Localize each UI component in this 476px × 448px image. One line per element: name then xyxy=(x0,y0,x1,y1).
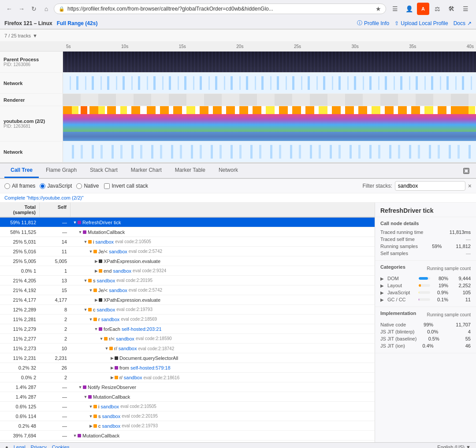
account-button[interactable]: 👤 xyxy=(403,3,415,15)
headphones-button[interactable]: ⚖ xyxy=(431,3,443,15)
table-row[interactable]: 0.2% 32 26 ▶from self-hosted:579:18 xyxy=(0,363,375,373)
extensions-button[interactable]: 🛠 xyxy=(445,3,457,15)
expand-icon[interactable]: ▼ xyxy=(88,317,93,322)
network-track-1[interactable]: Network xyxy=(0,73,476,94)
expand-icon[interactable]: ▶ xyxy=(88,423,93,429)
table-row[interactable]: 39% 7,694 — ▼MutationCallback xyxy=(0,431,375,441)
docs-button[interactable]: Docs ↗ xyxy=(454,20,472,26)
table-row[interactable]: 0.0% 2 2 ▶r/ sandbox eval code:2:18616 xyxy=(0,373,375,382)
table-row[interactable]: 11% 2,231 2,231 ▶Document.querySelectorA… xyxy=(0,353,375,363)
expand-icon[interactable]: ▶ xyxy=(109,375,115,380)
tab-marker-chart[interactable]: Marker Chart xyxy=(125,163,168,178)
youtube-visual[interactable] xyxy=(63,106,476,141)
category-expand-icon[interactable]: ▶ xyxy=(380,297,385,302)
table-row[interactable]: 17% 3,317 6 ▼i sandbox eval code:2:10505 xyxy=(0,441,375,442)
network-track-2[interactable]: Network xyxy=(0,141,476,163)
table-row[interactable]: 0.6% 125 — ▼i sandbox eval code:2:10505 xyxy=(0,402,375,411)
table-row[interactable]: 25% 5,016 11 ▼Je/< sandbox eval code:2:5… xyxy=(0,247,375,256)
expand-icon[interactable]: ▼ xyxy=(88,404,93,409)
table-row[interactable]: 11% 2,281 2 ▼r sandbox eval code:2:18569 xyxy=(0,315,375,324)
table-row[interactable]: 12% 2,289 8 ▼c sandbox eval code:2:19793 xyxy=(0,305,375,315)
expand-icon[interactable]: ▼ xyxy=(83,394,88,400)
table-row[interactable]: 25% 5,031 14 ▼i sandbox eval code:2:1050… xyxy=(0,237,375,247)
category-row[interactable]: ▶ Layout 19% 2,252 xyxy=(380,282,471,289)
back-button[interactable]: ← xyxy=(4,4,14,14)
tracks-dropdown-icon[interactable]: ▼ xyxy=(33,33,37,38)
fullscreen-button[interactable] xyxy=(461,166,472,176)
expand-icon[interactable]: ▼ xyxy=(93,326,99,332)
content-link[interactable]: Complete "https://youtube.com (2/2)" xyxy=(0,193,476,203)
table-row[interactable]: 11% 2,273 10 ▼r/ sandbox eval code:2:187… xyxy=(0,344,375,353)
native-radio-input[interactable] xyxy=(76,183,82,189)
expand-icon[interactable]: ▶ xyxy=(93,297,99,303)
javascript-radio[interactable]: JavaScript xyxy=(40,183,72,189)
search-input[interactable] xyxy=(395,181,465,191)
expand-icon[interactable]: ▼ xyxy=(83,307,88,312)
menu-button[interactable]: ☰ xyxy=(459,3,472,15)
tab-flame-graph[interactable]: Flame Graph xyxy=(40,163,83,178)
category-expand-icon[interactable]: ▶ xyxy=(380,276,385,281)
youtube-track[interactable]: youtube.com (2/2) PID: 1263681 xyxy=(0,106,476,141)
language-selector[interactable]: English (US) ▼ xyxy=(437,444,471,448)
category-expand-icon[interactable]: ▶ xyxy=(380,290,385,295)
tab-call-tree[interactable]: Call Tree xyxy=(4,163,39,178)
call-tree-panel[interactable]: Total (samples) Self 59% 11,812 — ▼Refre… xyxy=(0,203,375,442)
expand-icon[interactable]: ▼ xyxy=(72,433,78,438)
renderer-visual[interactable] xyxy=(63,94,476,106)
all-frames-radio-input[interactable] xyxy=(4,183,10,189)
expand-icon[interactable]: ▶ xyxy=(93,259,99,264)
privacy-link[interactable]: Privacy xyxy=(31,444,47,448)
renderer-track[interactable]: Renderer xyxy=(0,94,476,106)
bookmark-icon[interactable]: ★ xyxy=(376,5,381,12)
invert-call-stack-checkbox[interactable]: Invert call stack xyxy=(104,183,148,189)
address-bar[interactable]: 🔒 https://profiler.firefox.com/from-brow… xyxy=(54,4,386,14)
table-row[interactable]: 0.0% 1 1 ▶end sandbox eval code:2:9324 xyxy=(0,266,375,276)
tab-marker-table[interactable]: Marker Table xyxy=(169,163,212,178)
category-row[interactable]: ▶ GC / CC 0.1% 11 xyxy=(380,296,471,303)
parent-process-track[interactable]: Parent Process PID: 1263086 xyxy=(0,52,476,73)
synced-tabs-button[interactable]: ☰ xyxy=(389,3,401,15)
tab-stack-chart[interactable]: Stack Chart xyxy=(84,163,124,178)
expand-icon[interactable]: ▶ xyxy=(109,355,115,361)
expand-icon[interactable]: ▶ xyxy=(93,268,99,274)
table-row[interactable]: 25% 5,005 5,005 ▶XPathExpression.evaluat… xyxy=(0,256,375,266)
parent-process-visual[interactable] xyxy=(63,52,476,72)
table-row[interactable]: 21% 4,192 15 ▼Je/< sandbox eval code:2:5… xyxy=(0,285,375,295)
expand-icon[interactable]: ▼ xyxy=(78,230,83,235)
category-row[interactable]: ▶ JavaScript 0.9% 105 xyxy=(380,289,471,296)
expand-icon[interactable]: ▶ xyxy=(109,365,115,370)
network-2-visual[interactable] xyxy=(63,141,476,162)
expand-icon[interactable]: ▼ xyxy=(72,220,78,225)
expand-icon[interactable]: ▼ xyxy=(83,278,88,283)
reload-button[interactable]: ↻ xyxy=(29,4,39,14)
javascript-radio-input[interactable] xyxy=(40,183,45,189)
table-row[interactable]: 21% 4,205 13 ▼s sandbox eval code:2:2019… xyxy=(0,276,375,285)
table-row[interactable]: 1.4% 287 — ▼Notify ResizeObserver xyxy=(0,382,375,392)
cookies-link[interactable]: Cookies xyxy=(52,444,70,448)
table-row[interactable]: 21% 4,177 4,177 ▶XPathExpression.evaluat… xyxy=(0,295,375,305)
home-button[interactable]: ⌂ xyxy=(41,4,51,14)
firefox-ext-button[interactable]: A xyxy=(417,3,429,15)
profile-info-button[interactable]: ⓘ Profile Info xyxy=(357,19,389,27)
clear-search-button[interactable]: × xyxy=(468,182,472,189)
category-row[interactable]: ▶ DOM 80% 9,444 xyxy=(380,275,471,282)
native-radio[interactable]: Native xyxy=(76,183,99,189)
tab-network[interactable]: Network xyxy=(212,163,244,178)
invert-checkbox-input[interactable] xyxy=(104,183,110,189)
expand-icon[interactable]: ▼ xyxy=(78,385,83,390)
table-row[interactable]: 11% 2,279 2 ▼forEach self-hosted:203:21 xyxy=(0,324,375,334)
expand-icon[interactable]: ▼ xyxy=(104,346,109,351)
legal-link[interactable]: Legal xyxy=(14,444,26,448)
category-expand-icon[interactable]: ▶ xyxy=(380,283,385,288)
expand-icon[interactable]: ▼ xyxy=(88,249,93,254)
upload-local-profile-button[interactable]: ⇧ Upload Local Profile xyxy=(394,20,448,26)
network-1-visual[interactable] xyxy=(63,73,476,93)
range-label[interactable]: Full Range (42s) xyxy=(57,20,98,26)
table-row[interactable]: 1.4% 287 — ▼MutationCallback xyxy=(0,392,375,402)
table-row[interactable]: 11% 2,277 2 ▼r/< sandbox eval code:2:185… xyxy=(0,334,375,344)
table-row[interactable]: 58% 11,525 — ▼MutationCallback xyxy=(0,227,375,237)
expand-icon[interactable]: ▼ xyxy=(99,336,104,341)
expand-icon[interactable]: ▼ xyxy=(88,414,93,419)
table-row[interactable]: 59% 11,812 — ▼RefreshDriver tick xyxy=(0,218,375,227)
table-row[interactable]: 0.6% 114 — ▼s sandbox eval code:2:20195 xyxy=(0,411,375,421)
